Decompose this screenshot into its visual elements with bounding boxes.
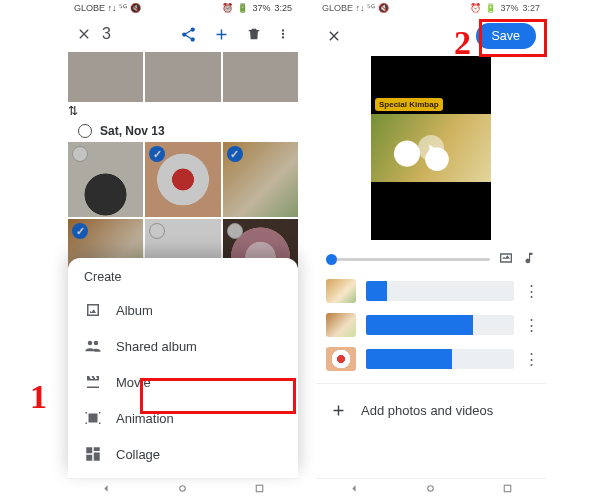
clip-fill [366,349,452,369]
clip-row: ⋮ [326,279,536,303]
nav-home-icon[interactable] [176,482,189,498]
sheet-item-album[interactable]: Album [70,292,296,328]
overflow-icon[interactable] [276,27,290,41]
status-alarm-icon: ⏰ [222,3,233,13]
trash-icon[interactable] [246,26,266,42]
playback-controls [316,240,546,275]
music-icon[interactable] [522,251,536,268]
seek-bar[interactable] [326,258,490,261]
nav-back-icon[interactable] [100,482,113,498]
nav-back-icon[interactable] [348,482,361,498]
clip-list: ⋮ ⋮ ⋮ [316,275,546,371]
clip-row: ⋮ [326,347,536,371]
share-icon[interactable] [180,26,197,43]
svg-rect-1 [256,485,263,492]
select-off-icon[interactable] [72,146,88,162]
select-off-icon[interactable] [227,223,243,239]
play-icon[interactable] [418,135,444,161]
status-bar: GLOBE ↑↓ ⁵ᴳ 🔇 ⏰ 🔋 37% 3:25 [68,0,298,16]
photo-thumb[interactable]: ✓ [223,142,298,217]
close-icon[interactable] [326,28,342,44]
shared-album-icon [84,337,102,355]
sheet-item-collage[interactable]: Collage [70,436,296,472]
status-alarm-icon: ⏰ [470,3,481,13]
plus-icon[interactable] [207,26,236,43]
select-on-icon[interactable]: ✓ [227,146,243,162]
recent-strip [68,52,298,104]
svg-rect-3 [504,485,511,492]
album-icon [84,301,102,319]
clip-track[interactable] [366,281,514,301]
sheet-item-shared-album[interactable]: Shared album [70,328,296,364]
clip-fill [366,315,473,335]
date-header-row[interactable]: Sat, Nov 13 [68,118,298,142]
annotation-number-1: 1 [30,378,47,416]
date-header: Sat, Nov 13 [100,124,165,138]
photo-thumb[interactable] [68,142,143,217]
preview-title-badge: Special Kimbap [375,98,443,111]
phone-left: GLOBE ↑↓ ⁵ᴳ 🔇 ⏰ 🔋 37% 3:25 3 [68,0,298,500]
add-clips-row[interactable]: Add photos and videos [316,383,546,419]
annotation-number-2: 2 [454,24,471,62]
sheet-title: Create [70,268,296,292]
add-clips-label: Add photos and videos [361,403,493,418]
android-nav-bar [316,478,546,500]
status-time: 3:27 [522,3,540,13]
sheet-item-label: Shared album [116,339,197,354]
status-battery: 37% [252,3,270,13]
clip-overflow-icon[interactable]: ⋮ [524,350,536,368]
nav-recent-icon[interactable] [501,482,514,498]
nav-home-icon[interactable] [424,482,437,498]
create-sheet: Create Album Shared album Movie Animatio… [68,258,298,478]
clip-track[interactable] [366,349,514,369]
annotation-box-2 [479,19,547,57]
svg-point-2 [428,485,433,490]
android-nav-bar [68,478,298,500]
status-carrier: GLOBE ↑↓ ⁵ᴳ 🔇 [74,3,141,13]
clip-thumb[interactable] [326,347,356,371]
status-bar: GLOBE ↑↓ ⁵ᴳ 🔇 ⏰ 🔋 37% 3:27 [316,0,546,16]
clip-row: ⋮ [326,313,536,337]
clip-fill [366,281,387,301]
nav-recent-icon[interactable] [253,482,266,498]
select-day-radio[interactable] [78,124,92,138]
svg-point-0 [180,485,185,490]
clip-thumb[interactable] [326,279,356,303]
annotation-box-1 [140,378,296,414]
scroll-handle-icon[interactable]: ⇅ [68,104,298,118]
animation-icon [84,409,102,427]
clip-thumb[interactable] [326,313,356,337]
aspect-icon[interactable] [498,250,514,269]
selected-count: 3 [102,25,111,43]
selection-app-bar: 3 [68,16,298,52]
close-icon[interactable] [76,26,92,42]
clip-overflow-icon[interactable]: ⋮ [524,282,536,300]
collage-icon [84,445,102,463]
status-time: 3:25 [274,3,292,13]
status-battery: 37% [500,3,518,13]
sheet-item-label: Collage [116,447,160,462]
plus-icon [330,402,347,419]
clip-overflow-icon[interactable]: ⋮ [524,316,536,334]
status-carrier: GLOBE ↑↓ ⁵ᴳ 🔇 [322,3,389,13]
phone-right: GLOBE ↑↓ ⁵ᴳ 🔇 ⏰ 🔋 37% 3:27 Save Special … [316,0,546,500]
video-preview[interactable]: Special Kimbap [371,56,491,240]
movie-icon [84,373,102,391]
clip-track[interactable] [366,315,514,335]
sheet-item-label: Album [116,303,153,318]
photo-thumb[interactable]: ✓ [145,142,220,217]
